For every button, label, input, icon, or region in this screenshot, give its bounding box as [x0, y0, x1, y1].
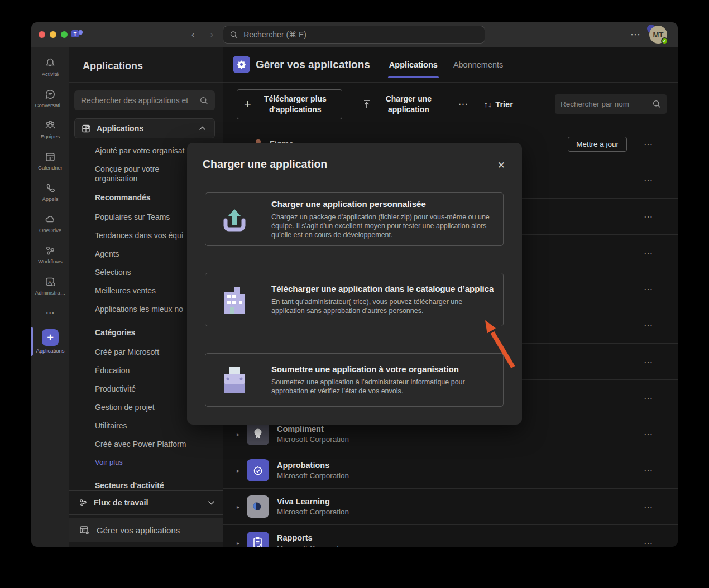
people-icon	[44, 119, 57, 132]
row-more-button[interactable]: ⋯	[644, 429, 653, 440]
expand-caret-icon[interactable]: ▸	[237, 504, 247, 510]
dialog-title: Charger une application	[203, 158, 327, 171]
app-name: Viva Learning	[277, 497, 349, 507]
apps-search-input[interactable]	[561, 100, 653, 108]
row-more-button[interactable]: ⋯	[644, 175, 653, 186]
workflows-expand-button[interactable]	[199, 491, 223, 514]
update-app-button[interactable]: Mettre à jour	[568, 137, 627, 152]
sidebar-manage-apps[interactable]: Gérer vos applications	[69, 518, 223, 542]
rail-item-onedrive[interactable]: OneDrive	[31, 208, 69, 239]
upload-custom-app-icon	[219, 204, 250, 235]
app-row-viva-learning[interactable]: ▸ Viva Learning Microsoft Corporation ⋯	[223, 489, 678, 525]
rail-item-applications-active[interactable]: + Applications	[31, 324, 69, 359]
presence-available-icon: ✓	[661, 37, 668, 45]
expand-caret-icon[interactable]: ▸	[237, 431, 247, 437]
avatar[interactable]: MT ✓	[649, 26, 667, 44]
submit-app-box-icon	[219, 364, 250, 396]
row-more-button[interactable]: ⋯	[644, 502, 653, 512]
app-name: Compliment	[277, 424, 349, 435]
row-more-button[interactable]: ⋯	[644, 356, 653, 367]
admin-icon: A	[44, 276, 56, 288]
sidebar-accordion-applications[interactable]: Applications	[74, 118, 215, 138]
rail-item-calls[interactable]: Appels	[31, 176, 69, 208]
sidebar-accordion-workflows[interactable]: Flux de travail	[69, 490, 223, 515]
option-description: En tant qu'administrateur(-trice), vous …	[271, 297, 494, 315]
toolbar-more-button[interactable]: ⋯	[453, 98, 474, 110]
nav-forward-button[interactable]: ›	[206, 28, 217, 41]
app-row-approvals[interactable]: ▸ Approbations Microsoft Corporation ⋯	[223, 452, 678, 489]
accordion-label: Applications	[97, 124, 143, 133]
option-upload-to-catalog[interactable]: Télécharger une application dans le cata…	[205, 273, 504, 326]
option-title: Charger une application personnalisée	[271, 199, 494, 209]
tab-subscriptions[interactable]: Abonnements	[445, 47, 511, 83]
rail-item-teams[interactable]: Équipes	[31, 114, 69, 145]
upload-app-button[interactable]: Charger une application	[353, 90, 448, 119]
zoom-window-button[interactable]	[61, 31, 68, 38]
row-more-button[interactable]: ⋯	[644, 139, 653, 150]
app-row-reports[interactable]: ▸ Rapports Microsoft Corporation ⋯	[223, 525, 678, 547]
download-more-apps-button[interactable]: + Télécharger plus d'applications	[237, 89, 342, 119]
gear-icon	[237, 60, 246, 69]
apps-search[interactable]	[555, 94, 667, 114]
rail-item-activity[interactable]: Activité	[31, 51, 69, 83]
global-search-input[interactable]	[243, 30, 478, 39]
rail-label: OneDrive	[39, 227, 61, 233]
compliment-app-icon	[247, 423, 269, 445]
expand-caret-icon[interactable]: ▸	[237, 540, 247, 546]
row-more-button[interactable]: ⋯	[644, 320, 653, 331]
option-submit-to-org[interactable]: Soumettre une application à votre organi…	[205, 353, 504, 407]
sidebar-see-more-link[interactable]: Voir plus	[95, 458, 223, 466]
rail-label: Activité	[42, 71, 59, 77]
upload-app-dialog: Charger une application ✕ Charger une ap…	[187, 143, 522, 425]
sidebar-search-input[interactable]	[81, 96, 200, 105]
expand-caret-icon[interactable]: ▸	[237, 467, 247, 474]
row-more-button[interactable]: ⋯	[644, 211, 653, 222]
sidebar-item-built-for-org[interactable]: Conçue pour votre organisation	[95, 165, 193, 184]
search-icon	[230, 31, 238, 39]
sidebar-section-industries: Secteurs d’activité	[95, 481, 223, 490]
rail-label: Appels	[42, 196, 58, 202]
tab-applications[interactable]: Applications	[381, 47, 445, 83]
row-more-button[interactable]: ⋯	[644, 284, 653, 295]
rail-label: Équipes	[41, 133, 60, 139]
main-header: Gérer vos applications Applications Abon…	[223, 47, 678, 83]
nav-back-button[interactable]: ‹	[188, 28, 199, 41]
app-vendor: Microsoft Corporation	[277, 507, 349, 517]
annotation-arrow-icon	[467, 310, 523, 374]
row-more-button[interactable]: ⋯	[644, 538, 653, 547]
titlebar-more-button[interactable]: ⋯	[630, 28, 641, 41]
apps-grid-icon	[82, 124, 91, 133]
option-description: Chargez un package d'application (fichie…	[271, 213, 494, 239]
app-rail: Activité Conversati… Équipes Calendrier …	[31, 47, 69, 547]
rail-item-chat[interactable]: Conversati…	[31, 83, 69, 114]
rail-more-button[interactable]: ⋯	[31, 301, 69, 324]
titlebar: T ‹ › ⋯ MT ✓	[31, 22, 678, 47]
page-title: Gérer vos applications	[256, 59, 370, 71]
rail-label: Applications	[36, 348, 64, 354]
global-search[interactable]	[223, 26, 485, 44]
row-more-button[interactable]: ⋯	[644, 393, 653, 403]
search-icon	[653, 100, 661, 108]
avatar-initials: MT	[653, 31, 664, 39]
sidebar-item-power-platform[interactable]: Créé avec Power Platform	[95, 440, 223, 449]
close-window-button[interactable]	[39, 31, 45, 38]
minimize-window-button[interactable]	[50, 31, 56, 38]
row-more-button[interactable]: ⋯	[644, 465, 653, 476]
sidebar-search[interactable]	[74, 90, 215, 110]
rail-item-workflows[interactable]: Workflows	[31, 239, 69, 270]
manage-apps-badge	[233, 56, 250, 73]
rail-item-calendar[interactable]: Calendrier	[31, 145, 69, 176]
rail-item-admin[interactable]: A Administra…	[31, 270, 69, 301]
cloud-icon	[44, 213, 57, 225]
svg-text:A: A	[48, 279, 51, 285]
accordion-collapse-button[interactable]	[190, 119, 214, 138]
row-more-button[interactable]: ⋯	[644, 248, 653, 258]
chat-icon	[44, 88, 56, 100]
app-vendor: Microsoft Corporation	[277, 471, 349, 481]
app-name: Approbations	[277, 460, 349, 471]
sort-button[interactable]: ↑↓ Trier	[478, 100, 519, 109]
close-icon[interactable]: ✕	[495, 157, 507, 173]
option-upload-custom-app[interactable]: Charger une application personnalisée Ch…	[205, 192, 504, 246]
upload-icon	[362, 99, 371, 109]
plus-tile-icon: +	[42, 329, 59, 346]
